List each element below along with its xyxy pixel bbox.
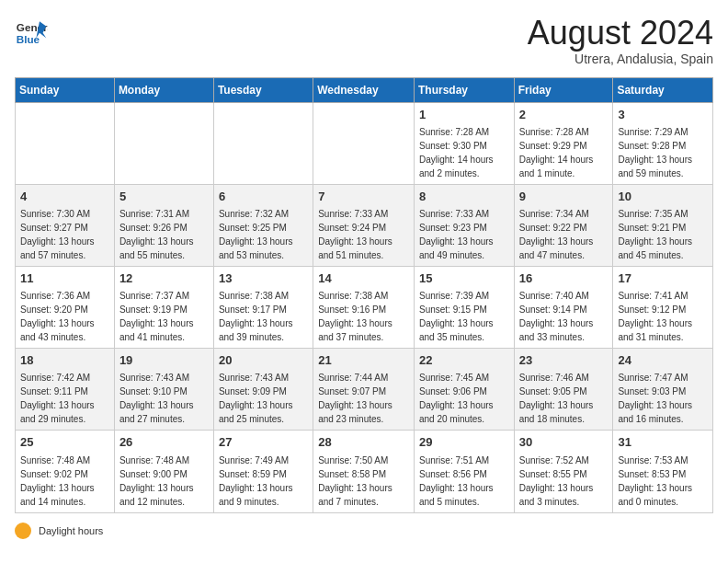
day-number: 19 — [119, 352, 209, 369]
calendar-day-cell: 12Sunrise: 7:37 AM Sunset: 9:19 PM Dayli… — [114, 266, 213, 348]
calendar-week-row: 18Sunrise: 7:42 AM Sunset: 9:11 PM Dayli… — [16, 349, 713, 431]
day-number: 9 — [519, 189, 609, 205]
day-number: 3 — [618, 107, 708, 123]
day-info: Sunrise: 7:33 AM Sunset: 9:23 PM Dayligh… — [419, 209, 494, 260]
day-info: Sunrise: 7:49 AM Sunset: 8:59 PM Dayligh… — [219, 455, 293, 507]
day-number: 10 — [618, 189, 708, 205]
day-info: Sunrise: 7:51 AM Sunset: 8:56 PM Dayligh… — [419, 455, 494, 507]
day-info: Sunrise: 7:29 AM Sunset: 9:28 PM Dayligh… — [618, 127, 692, 178]
calendar-day-cell: 14Sunrise: 7:38 AM Sunset: 9:16 PM Dayli… — [313, 266, 415, 348]
calendar-day-cell — [16, 102, 115, 184]
calendar-day-cell: 10Sunrise: 7:35 AM Sunset: 9:21 PM Dayli… — [613, 184, 713, 266]
weekday-header-cell: Sunday — [16, 77, 115, 102]
day-info: Sunrise: 7:50 AM Sunset: 8:58 PM Dayligh… — [318, 455, 392, 507]
logo: General Blue — [15, 15, 48, 48]
calendar-day-cell: 31Sunrise: 7:53 AM Sunset: 8:53 PM Dayli… — [613, 431, 713, 512]
day-number: 24 — [618, 352, 708, 369]
calendar-day-cell: 24Sunrise: 7:47 AM Sunset: 9:03 PM Dayli… — [613, 349, 713, 431]
calendar-day-cell: 21Sunrise: 7:44 AM Sunset: 9:07 PM Dayli… — [313, 349, 415, 431]
day-number: 26 — [119, 434, 209, 451]
calendar-day-cell: 4Sunrise: 7:30 AM Sunset: 9:27 PM Daylig… — [16, 184, 115, 266]
day-number: 29 — [419, 434, 509, 451]
calendar-day-cell — [114, 102, 213, 184]
calendar-day-cell: 26Sunrise: 7:48 AM Sunset: 9:00 PM Dayli… — [114, 431, 213, 512]
svg-text:Blue: Blue — [17, 33, 40, 45]
calendar-week-row: 1Sunrise: 7:28 AM Sunset: 9:30 PM Daylig… — [16, 102, 713, 184]
day-number: 27 — [219, 434, 308, 451]
day-number: 18 — [20, 352, 109, 369]
calendar-day-cell: 15Sunrise: 7:39 AM Sunset: 9:15 PM Dayli… — [414, 266, 514, 348]
day-info: Sunrise: 7:42 AM Sunset: 9:11 PM Dayligh… — [20, 373, 95, 424]
day-info: Sunrise: 7:34 AM Sunset: 9:22 PM Dayligh… — [519, 209, 594, 260]
day-number: 25 — [20, 434, 109, 451]
day-number: 7 — [318, 189, 409, 205]
calendar-day-cell: 17Sunrise: 7:41 AM Sunset: 9:12 PM Dayli… — [613, 266, 713, 348]
day-info: Sunrise: 7:43 AM Sunset: 9:09 PM Dayligh… — [219, 373, 293, 424]
page-header: General Blue August 2024 Utrera, Andalus… — [15, 15, 713, 66]
day-info: Sunrise: 7:44 AM Sunset: 9:07 PM Dayligh… — [318, 373, 392, 424]
calendar-day-cell — [313, 102, 415, 184]
calendar-week-row: 4Sunrise: 7:30 AM Sunset: 9:27 PM Daylig… — [16, 184, 713, 266]
calendar-day-cell: 5Sunrise: 7:31 AM Sunset: 9:26 PM Daylig… — [114, 184, 213, 266]
daylight-label: Daylight hours — [39, 525, 103, 536]
weekday-header-cell: Monday — [114, 77, 213, 102]
calendar-day-cell: 3Sunrise: 7:29 AM Sunset: 9:28 PM Daylig… — [613, 102, 713, 184]
day-number: 17 — [618, 270, 708, 287]
calendar-title: August 2024 — [528, 15, 713, 52]
day-info: Sunrise: 7:40 AM Sunset: 9:14 PM Dayligh… — [519, 291, 594, 342]
day-number: 8 — [419, 189, 509, 205]
day-info: Sunrise: 7:53 AM Sunset: 8:53 PM Dayligh… — [618, 455, 692, 507]
calendar-day-cell: 11Sunrise: 7:36 AM Sunset: 9:20 PM Dayli… — [16, 266, 115, 348]
weekday-header-cell: Saturday — [613, 77, 713, 102]
weekday-header-cell: Friday — [514, 77, 613, 102]
day-number: 14 — [318, 270, 409, 287]
day-info: Sunrise: 7:39 AM Sunset: 9:15 PM Dayligh… — [419, 291, 494, 342]
calendar-subtitle: Utrera, Andalusia, Spain — [528, 52, 713, 66]
day-info: Sunrise: 7:48 AM Sunset: 9:02 PM Dayligh… — [20, 455, 95, 507]
logo-icon: General Blue — [15, 15, 48, 48]
calendar-week-row: 11Sunrise: 7:36 AM Sunset: 9:20 PM Dayli… — [16, 266, 713, 348]
day-info: Sunrise: 7:36 AM Sunset: 9:20 PM Dayligh… — [20, 291, 95, 342]
day-info: Sunrise: 7:28 AM Sunset: 9:29 PM Dayligh… — [519, 127, 594, 178]
calendar-day-cell: 29Sunrise: 7:51 AM Sunset: 8:56 PM Dayli… — [414, 431, 514, 512]
day-number: 21 — [318, 352, 409, 369]
calendar-day-cell: 23Sunrise: 7:46 AM Sunset: 9:05 PM Dayli… — [514, 349, 613, 431]
footer: Daylight hours — [15, 523, 713, 539]
calendar-day-cell: 13Sunrise: 7:38 AM Sunset: 9:17 PM Dayli… — [213, 266, 313, 348]
day-info: Sunrise: 7:28 AM Sunset: 9:30 PM Dayligh… — [419, 127, 494, 178]
day-number: 30 — [519, 434, 609, 451]
calendar-day-cell: 25Sunrise: 7:48 AM Sunset: 9:02 PM Dayli… — [16, 431, 115, 512]
calendar-table: SundayMondayTuesdayWednesdayThursdayFrid… — [15, 77, 713, 513]
weekday-header-cell: Thursday — [414, 77, 514, 102]
day-number: 12 — [119, 270, 209, 287]
day-info: Sunrise: 7:52 AM Sunset: 8:55 PM Dayligh… — [519, 455, 594, 507]
calendar-day-cell: 2Sunrise: 7:28 AM Sunset: 9:29 PM Daylig… — [514, 102, 613, 184]
weekday-header-cell: Wednesday — [313, 77, 415, 102]
calendar-day-cell: 8Sunrise: 7:33 AM Sunset: 9:23 PM Daylig… — [414, 184, 514, 266]
calendar-day-cell: 7Sunrise: 7:33 AM Sunset: 9:24 PM Daylig… — [313, 184, 415, 266]
calendar-day-cell: 28Sunrise: 7:50 AM Sunset: 8:58 PM Dayli… — [313, 431, 415, 512]
calendar-day-cell: 19Sunrise: 7:43 AM Sunset: 9:10 PM Dayli… — [114, 349, 213, 431]
day-info: Sunrise: 7:31 AM Sunset: 9:26 PM Dayligh… — [119, 209, 194, 260]
day-info: Sunrise: 7:30 AM Sunset: 9:27 PM Dayligh… — [20, 209, 95, 260]
day-info: Sunrise: 7:32 AM Sunset: 9:25 PM Dayligh… — [219, 209, 293, 260]
day-info: Sunrise: 7:38 AM Sunset: 9:16 PM Dayligh… — [318, 291, 392, 342]
day-info: Sunrise: 7:45 AM Sunset: 9:06 PM Dayligh… — [419, 373, 494, 424]
calendar-week-row: 25Sunrise: 7:48 AM Sunset: 9:02 PM Dayli… — [16, 431, 713, 512]
day-number: 22 — [419, 352, 509, 369]
day-number: 23 — [519, 352, 609, 369]
day-info: Sunrise: 7:33 AM Sunset: 9:24 PM Dayligh… — [318, 209, 392, 260]
day-number: 1 — [419, 107, 509, 123]
calendar-day-cell: 20Sunrise: 7:43 AM Sunset: 9:09 PM Dayli… — [213, 349, 313, 431]
day-number: 5 — [119, 189, 209, 205]
day-info: Sunrise: 7:38 AM Sunset: 9:17 PM Dayligh… — [219, 291, 293, 342]
calendar-day-cell: 22Sunrise: 7:45 AM Sunset: 9:06 PM Dayli… — [414, 349, 514, 431]
day-info: Sunrise: 7:47 AM Sunset: 9:03 PM Dayligh… — [618, 373, 692, 424]
sun-icon — [15, 523, 31, 539]
day-number: 6 — [219, 189, 308, 205]
calendar-day-cell: 30Sunrise: 7:52 AM Sunset: 8:55 PM Dayli… — [514, 431, 613, 512]
day-number: 2 — [519, 107, 609, 123]
calendar-day-cell: 16Sunrise: 7:40 AM Sunset: 9:14 PM Dayli… — [514, 266, 613, 348]
calendar-day-cell: 1Sunrise: 7:28 AM Sunset: 9:30 PM Daylig… — [414, 102, 514, 184]
day-info: Sunrise: 7:46 AM Sunset: 9:05 PM Dayligh… — [519, 373, 594, 424]
